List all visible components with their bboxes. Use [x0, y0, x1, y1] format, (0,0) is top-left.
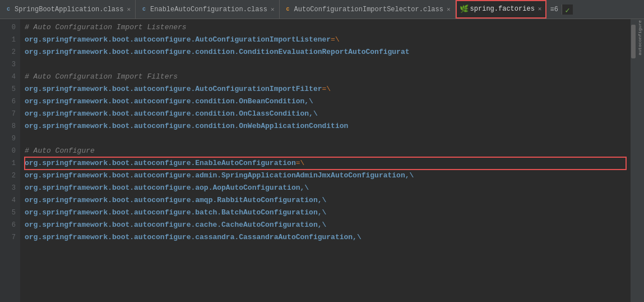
code-line: org.springframework.boot.autoconfigure.c… — [25, 219, 626, 231]
highlighted-code-line: org.springframework.boot.autoconfigure.E… — [25, 157, 626, 170]
tab-springfactories[interactable]: 🌿 spring.factories ✕ — [456, 0, 547, 19]
tab-close-icon[interactable]: ✕ — [538, 5, 542, 12]
code-key: org.springframework.boot.autoconfigure.a… — [25, 184, 309, 192]
tab-close-icon[interactable]: ✕ — [271, 6, 275, 13]
code-key: org.springframework.boot.autoconfigure.A… — [25, 85, 322, 93]
code-line: org.springframework.boot.autoconfigure.b… — [25, 207, 626, 219]
line-number: 5 — [0, 207, 16, 219]
line-number: 3 — [0, 58, 16, 71]
code-line: org.springframework.boot.autoconfigure.c… — [25, 108, 626, 120]
code-line: org.springframework.boot.autoconfigure.c… — [25, 231, 626, 244]
comment-text: # Auto Configure — [25, 147, 95, 155]
line-number: 3 — [0, 182, 16, 194]
code-line — [25, 58, 626, 71]
code-key: org.springframework.boot.autoconfigure.a… — [25, 196, 326, 204]
line-number: 7 — [0, 231, 16, 244]
tab-enableautoconfiguration[interactable]: c EnableAutoConfiguration.class ✕ — [136, 0, 279, 19]
code-key: org.springframework.boot.autoconfigure.E… — [25, 159, 296, 167]
code-key: org.springframework.boot.autoconfigure.c… — [25, 109, 318, 118]
code-line: # Auto Configure — [25, 145, 626, 157]
code-editor[interactable]: # Auto Configuration Import Listeners or… — [20, 19, 631, 302]
code-key: org.springframework.boot.autoconfigure.c… — [25, 122, 348, 130]
line-number: 1 — [0, 34, 16, 46]
line-number: 4 — [0, 194, 16, 207]
tab-springbootapplication[interactable]: c SpringBootApplication.class ✕ — [0, 0, 136, 19]
line-number: 2 — [0, 46, 16, 58]
code-line: org.springframework.boot.autoconfigure.c… — [25, 95, 626, 108]
vertical-scrollbar[interactable] — [631, 19, 636, 302]
code-line: org.springframework.boot.autoconfigure.A… — [25, 34, 626, 46]
line-number: 1 — [0, 157, 16, 170]
checkmark-icon: ✓ — [565, 7, 569, 15]
line-number: 6 — [0, 219, 16, 231]
code-line: org.springframework.boot.autoconfigure.c… — [25, 46, 626, 58]
code-equals: =\ — [322, 85, 331, 93]
code-key: org.springframework.boot.autoconfigure.c… — [25, 233, 362, 241]
scrollbar-thumb[interactable] — [631, 25, 636, 58]
code-key: org.springframework.boot.autoconfigure.c… — [25, 97, 313, 106]
code-line: org.springframework.boot.autoconfigure.a… — [25, 182, 626, 194]
class-icon: c — [284, 6, 292, 13]
line-number: 2 — [0, 170, 16, 182]
tab-bar: c SpringBootApplication.class ✕ c Enable… — [0, 0, 644, 19]
comment-text: # Auto Configuration Import Listeners — [25, 23, 187, 31]
code-key: org.springframework.boot.autoconfigure.a… — [25, 171, 414, 180]
class-icon: c — [4, 6, 12, 13]
line-number: 5 — [0, 83, 16, 95]
line-numbers: 0 1 2 3 4 5 6 7 8 9 0 1 2 3 4 5 6 7 — [0, 19, 20, 302]
code-line: # Auto Configuration Import Filters — [25, 71, 626, 83]
code-line: org.springframework.boot.autoconfigure.a… — [25, 194, 626, 207]
tab-label: SpringBootApplication.class — [15, 6, 123, 13]
class-icon: c — [140, 6, 148, 13]
code-line: org.springframework.boot.autoconfigure.a… — [25, 170, 626, 182]
tab-label: EnableAutoConfiguration.class — [150, 6, 267, 13]
code-key: org.springframework.boot.autoconfigure.c… — [25, 48, 410, 56]
tab-label: spring.factories — [470, 5, 535, 13]
tab-overflow-button[interactable]: ≡6 — [546, 0, 561, 19]
code-equals: =\ — [296, 159, 305, 167]
code-line: org.springframework.boot.autoconfigure.A… — [25, 83, 626, 95]
line-number: 8 — [0, 120, 16, 132]
tab-close-icon[interactable]: ✕ — [447, 6, 451, 13]
tab-close-icon[interactable]: ✕ — [127, 6, 131, 13]
code-key: org.springframework.boot.autoconfigure.c… — [25, 221, 326, 229]
line-number: 4 — [0, 71, 16, 83]
line-number: 0 — [0, 21, 16, 34]
code-line — [25, 132, 626, 145]
line-number: 9 — [0, 132, 16, 145]
spring-leaf-icon: 🌿 — [460, 5, 468, 13]
line-number: 6 — [0, 95, 16, 108]
tab-label: AutoConfigurationImportSelector.class — [294, 6, 443, 13]
code-line: org.springframework.boot.autoconfigure.c… — [25, 120, 626, 132]
line-number: 7 — [0, 108, 16, 120]
code-line: # Auto Configuration Import Listeners — [25, 21, 626, 34]
sidebar-text: autoconfigure — [638, 20, 642, 55]
editor: 0 1 2 3 4 5 6 7 8 9 0 1 2 3 4 5 6 7 # Au… — [0, 19, 644, 302]
code-key: org.springframework.boot.autoconfigure.b… — [25, 208, 326, 217]
tab-overflow-label: ≡6 — [550, 6, 558, 13]
comment-text: # Auto Configuration Import Filters — [25, 72, 178, 81]
checkmark-area: ✓ — [562, 4, 573, 15]
code-key: org.springframework.boot.autoconfigure.A… — [25, 35, 331, 44]
line-number: 0 — [0, 145, 16, 157]
tab-autoconfigimportselector[interactable]: c AutoConfigurationImportSelector.class … — [280, 0, 456, 19]
right-sidebar: autoconfigure — [636, 19, 644, 302]
code-equals: =\ — [331, 35, 340, 44]
